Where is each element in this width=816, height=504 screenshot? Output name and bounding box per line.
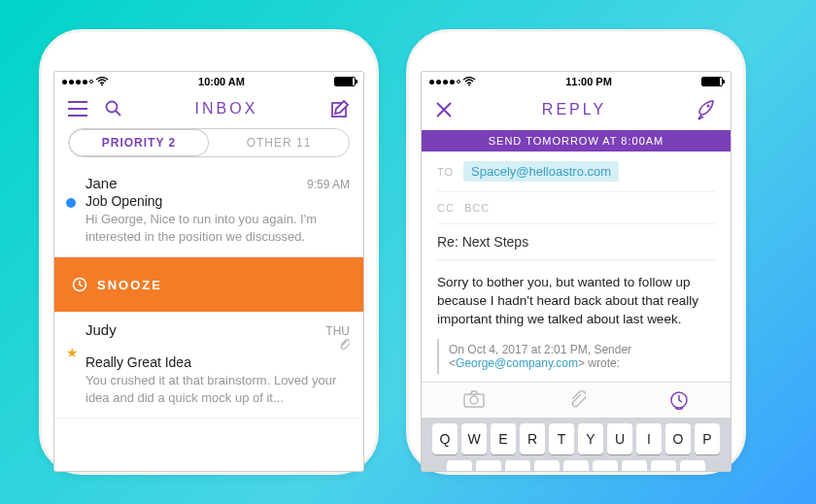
send-rocket-icon[interactable] bbox=[696, 99, 717, 120]
status-time: 11:00 PM bbox=[565, 76, 612, 87]
key-g[interactable]: G bbox=[563, 460, 589, 472]
quote-tail: > wrote: bbox=[578, 356, 620, 370]
message-subject: Really Great Idea bbox=[85, 354, 350, 370]
key-s[interactable]: S bbox=[476, 460, 501, 472]
schedule-banner[interactable]: SEND TOMORROW AT 8:00AM bbox=[422, 130, 731, 151]
search-icon[interactable] bbox=[105, 100, 122, 118]
list-item[interactable]: ★ Judy THU Really Great Idea You crushed… bbox=[54, 312, 363, 419]
key-i[interactable]: I bbox=[636, 423, 662, 454]
screen-reply: 11:00 PM REPLY SEND TOMORROW AT 8:00AM T… bbox=[421, 71, 731, 472]
sender-name: Jane bbox=[85, 175, 118, 191]
svg-point-1 bbox=[107, 102, 118, 113]
wifi-icon bbox=[95, 77, 109, 86]
schedule-icon[interactable] bbox=[669, 390, 689, 410]
compose-area: TO Spacely@helloastro.com CC BCC Re: Nex… bbox=[422, 151, 731, 382]
quoted-reply: On Oct 4, 2017 at 2:01 PM, Sender <Georg… bbox=[437, 339, 715, 374]
clock-icon bbox=[72, 277, 87, 292]
key-w[interactable]: W bbox=[461, 423, 487, 454]
close-icon[interactable] bbox=[435, 101, 453, 118]
key-q[interactable]: Q bbox=[432, 423, 458, 454]
status-bar: 10:00 AM bbox=[54, 72, 363, 89]
key-j[interactable]: J bbox=[622, 460, 647, 472]
svg-point-0 bbox=[101, 84, 103, 86]
key-o[interactable]: O bbox=[665, 423, 691, 454]
key-l[interactable]: L bbox=[680, 460, 705, 472]
key-e[interactable]: E bbox=[491, 423, 516, 454]
cc-label[interactable]: CC bbox=[437, 202, 455, 214]
body-text[interactable]: Sorry to bother you, but wanted to follo… bbox=[437, 260, 715, 339]
menu-icon[interactable] bbox=[68, 101, 87, 117]
svg-point-7 bbox=[470, 396, 478, 404]
key-r[interactable]: R bbox=[520, 423, 545, 454]
message-list: Jane 9:59 AM Job Opening Hi George, Nice… bbox=[54, 165, 363, 471]
phone-reply: 11:00 PM REPLY SEND TOMORROW AT 8:00AM T… bbox=[406, 29, 746, 475]
key-d[interactable]: D bbox=[505, 460, 530, 472]
quote-email: George@company.com bbox=[456, 356, 578, 370]
message-preview: You crushed it at that brainstorm. Loved… bbox=[85, 372, 350, 406]
unread-indicator-icon bbox=[66, 198, 76, 208]
key-f[interactable]: F bbox=[534, 460, 560, 472]
key-a[interactable]: A bbox=[447, 460, 472, 472]
nav-bar: INBOX bbox=[54, 89, 363, 128]
to-label: TO bbox=[437, 166, 454, 178]
keyboard-row-2: ASDFGHJKL bbox=[425, 460, 727, 472]
cc-bcc-row[interactable]: CC BCC bbox=[437, 192, 715, 224]
snooze-label: SNOOZE bbox=[97, 278, 162, 292]
key-k[interactable]: K bbox=[651, 460, 676, 472]
nav-bar: REPLY bbox=[422, 89, 731, 130]
status-bar: 11:00 PM bbox=[422, 72, 731, 89]
message-time: THU bbox=[325, 324, 350, 338]
phone-inbox: 10:00 AM INBOX PRIORITY 2 OTHER 11 J bbox=[39, 29, 379, 475]
battery-icon bbox=[701, 77, 723, 86]
inbox-tabs: PRIORITY 2 OTHER 11 bbox=[68, 128, 350, 157]
to-field[interactable]: TO Spacely@helloastro.com bbox=[437, 151, 715, 192]
snooze-action[interactable]: SNOOZE bbox=[54, 257, 363, 312]
camera-icon[interactable] bbox=[463, 390, 485, 408]
list-item[interactable]: Jane 9:59 AM Job Opening Hi George, Nice… bbox=[54, 165, 363, 257]
compose-icon[interactable] bbox=[330, 99, 350, 118]
attachment-icon bbox=[325, 338, 350, 353]
sender-name: Judy bbox=[85, 321, 117, 338]
key-y[interactable]: Y bbox=[578, 423, 603, 454]
key-u[interactable]: U bbox=[607, 423, 632, 454]
signal-dots-icon bbox=[62, 80, 93, 84]
star-icon: ★ bbox=[66, 345, 79, 360]
attachment-icon[interactable] bbox=[568, 390, 586, 408]
status-time: 10:00 AM bbox=[198, 76, 245, 87]
svg-point-4 bbox=[468, 84, 470, 86]
key-h[interactable]: H bbox=[593, 460, 618, 472]
battery-icon bbox=[334, 77, 356, 86]
compose-toolbar bbox=[422, 382, 731, 418]
keyboard-row-1: QWERTYUIOP bbox=[425, 423, 727, 454]
tab-priority[interactable]: PRIORITY 2 bbox=[69, 129, 209, 156]
message-preview: Hi George, Nice to run into you again. I… bbox=[85, 211, 350, 245]
svg-point-5 bbox=[707, 105, 710, 108]
subject-field[interactable]: Re: Next Steps bbox=[437, 224, 715, 260]
page-title: REPLY bbox=[542, 101, 606, 118]
screen-inbox: 10:00 AM INBOX PRIORITY 2 OTHER 11 J bbox=[53, 71, 364, 472]
message-time: 9:59 AM bbox=[307, 178, 350, 191]
bcc-label[interactable]: BCC bbox=[464, 202, 490, 214]
keyboard[interactable]: QWERTYUIOP ASDFGHJKL bbox=[422, 418, 731, 472]
page-title: INBOX bbox=[195, 100, 258, 118]
quote-line: On Oct 4, 2017 at 2:01 PM, Sender bbox=[449, 343, 631, 356]
tab-other[interactable]: OTHER 11 bbox=[209, 129, 349, 156]
wifi-icon bbox=[462, 77, 476, 86]
recipient-pill[interactable]: Spacely@helloastro.com bbox=[463, 161, 619, 182]
message-subject: Job Opening bbox=[85, 193, 350, 209]
key-t[interactable]: T bbox=[549, 423, 574, 454]
key-p[interactable]: P bbox=[695, 423, 720, 454]
signal-dots-icon bbox=[429, 80, 460, 84]
